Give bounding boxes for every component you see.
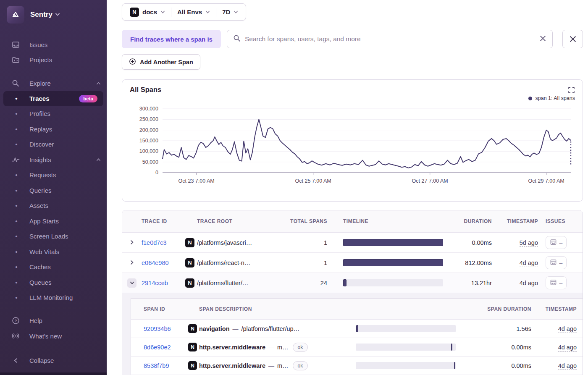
sidebar-item-requests[interactable]: •Requests <box>0 168 107 183</box>
span-id-link[interactable]: 8538f7b9 <box>144 362 188 369</box>
span-id-link[interactable]: 920934b6 <box>144 325 188 332</box>
environment-value: All Envs <box>177 8 202 16</box>
span-column-header-span-id: Span ID <box>144 306 188 312</box>
sidebar-item-whats-new[interactable]: What's new <box>0 328 107 344</box>
org-name: Sentry <box>30 10 52 19</box>
remove-span-filter-button[interactable] <box>562 30 583 48</box>
issues-button[interactable]: – <box>546 256 567 269</box>
svg-text:Oct 23 7:00 AM: Oct 23 7:00 AM <box>178 178 215 184</box>
sidebar-item-caches[interactable]: •Caches <box>0 260 107 275</box>
chevron-down-icon <box>160 8 165 16</box>
sidebar-item-app-starts[interactable]: •App Starts <box>0 213 107 229</box>
span-timeline <box>356 362 456 369</box>
trace-timeline <box>343 259 443 266</box>
span-detail: /platforms/flutter/up… <box>242 325 300 332</box>
sidebar-item-insights[interactable]: Insights <box>0 152 107 168</box>
expand-row-button[interactable] <box>129 260 134 266</box>
issues-icon <box>550 239 557 247</box>
total-spans: 1 <box>287 239 327 246</box>
issues-button[interactable]: – <box>546 236 567 249</box>
span-table-header: Span IDSpan DescriptionSpan DurationTime… <box>131 299 583 320</box>
sidebar-item-screen-loads[interactable]: •Screen Loads <box>0 229 107 244</box>
issues-icon <box>550 259 557 267</box>
span-timestamp[interactable]: 4d ago <box>558 325 577 333</box>
bullet-icon: • <box>13 110 20 117</box>
sidebar-item-queues[interactable]: •Queues <box>0 275 107 290</box>
sidebar-item-assets[interactable]: •Assets <box>0 198 107 214</box>
bullet-icon: • <box>13 218 20 225</box>
svg-text:0: 0 <box>155 170 158 176</box>
search-icon <box>11 79 20 87</box>
sidebar: Sentry IssuesProjectsExplore•Tracesbeta•… <box>0 0 107 375</box>
nextjs-icon: N <box>185 278 194 288</box>
span-status-badge: ok <box>293 361 308 370</box>
span-description: http.server.middleware — m… ok <box>199 343 356 352</box>
span-id-link[interactable]: 8d6e90e2 <box>144 344 188 351</box>
sidebar-item-profiles[interactable]: •Profiles <box>0 106 107 122</box>
sidebar-item-replays[interactable]: •Replays <box>0 121 107 137</box>
legend-label: span 1: All spans <box>535 95 575 101</box>
span-search-input[interactable] <box>245 35 535 43</box>
svg-text:?: ? <box>14 318 17 323</box>
sidebar-item-label: Projects <box>29 56 52 63</box>
page-filter-bar: N docs All Envs 7D <box>122 3 583 21</box>
sentry-logo-icon[interactable] <box>7 6 24 24</box>
org-switcher[interactable]: Sentry <box>0 0 107 28</box>
span-row-8d6e90e2[interactable]: 8d6e90e2 N http.server.middleware — m… o… <box>131 338 583 357</box>
svg-text:250,000: 250,000 <box>139 116 158 122</box>
period-selector[interactable]: 7D <box>216 4 244 20</box>
no-issues-dash: – <box>559 280 563 286</box>
sidebar-item-discover[interactable]: •Discover <box>0 137 107 152</box>
no-issues-dash: – <box>559 260 563 266</box>
span-timestamp[interactable]: 4d ago <box>558 362 577 370</box>
project-name: docs <box>142 8 157 16</box>
sidebar-item-traces[interactable]: •Tracesbeta <box>3 91 103 106</box>
span-op: http.server.middleware <box>199 344 265 351</box>
sidebar-item-collapse[interactable]: Collapse <box>0 353 107 369</box>
trace-row-f1e0d7c3[interactable]: f1e0d7c3 N /platforms/javascri… 1 0.00ms… <box>122 233 583 253</box>
expand-row-button[interactable] <box>129 239 134 246</box>
sidebar-item-llm-monitoring[interactable]: •LLM Monitoring <box>0 290 107 306</box>
issues-button[interactable]: – <box>546 276 567 289</box>
sidebar-item-queries[interactable]: •Queries <box>0 183 107 198</box>
span-row-920934b6[interactable]: 920934b6 N navigation — /platforms/flutt… <box>131 320 583 338</box>
sidebar-nav: IssuesProjectsExplore•Tracesbeta•Profile… <box>0 28 107 313</box>
beta-badge: beta <box>79 95 97 102</box>
trace-timestamp[interactable]: 4d ago <box>520 260 538 267</box>
no-issues-dash: – <box>559 239 563 246</box>
trace-timestamp[interactable]: 5d ago <box>520 239 538 247</box>
add-another-span-button[interactable]: Add Another Span <box>122 54 200 70</box>
column-header-timeline: Timeline <box>343 218 443 224</box>
sidebar-item-explore[interactable]: Explore <box>0 76 107 91</box>
trace-id-link[interactable]: 2914cceb <box>142 280 185 286</box>
chevron-up-icon <box>96 156 101 163</box>
expanded-span-section: Span IDSpan DescriptionSpan DurationTime… <box>122 293 583 375</box>
fullscreen-icon[interactable] <box>568 87 575 95</box>
trace-timestamp[interactable]: 4d ago <box>520 280 538 287</box>
dash-separator: — <box>268 344 274 351</box>
span-row-8538f7b9[interactable]: 8538f7b9 N http.server.middleware — m… o… <box>131 357 583 375</box>
trace-row-2914cceb[interactable]: 2914cceb N /platforms/flutter/… 24 13.21… <box>122 273 583 293</box>
project-selector[interactable]: N docs <box>124 4 171 20</box>
clear-search-icon[interactable] <box>539 35 546 44</box>
sidebar-item-web-vitals[interactable]: •Web Vitals <box>0 244 107 260</box>
search-icon <box>233 34 241 44</box>
trace-duration: 0.00ms <box>443 239 492 246</box>
svg-text:50,000: 50,000 <box>142 159 158 165</box>
collapse-row-button[interactable] <box>127 278 136 288</box>
span-timestamp[interactable]: 4d ago <box>558 344 577 351</box>
broadcast-icon <box>11 332 20 340</box>
span-duration: 1.56s <box>483 325 531 332</box>
trace-id-link[interactable]: e064e980 <box>142 260 185 266</box>
environment-selector[interactable]: All Envs <box>171 4 216 20</box>
chart-legend[interactable]: span 1: All spans <box>130 94 575 102</box>
sidebar-item-issues[interactable]: Issues <box>0 37 107 52</box>
sidebar-item-help[interactable]: ?Help <box>0 313 107 329</box>
sidebar-item-label: Queues <box>29 279 52 286</box>
sidebar-item-label: Traces <box>29 95 50 102</box>
sidebar-item-projects[interactable]: Projects <box>0 52 107 68</box>
sidebar-item-label: Assets <box>29 202 48 209</box>
find-traces-label: Find traces where a span is <box>122 30 221 48</box>
trace-id-link[interactable]: f1e0d7c3 <box>142 239 185 246</box>
trace-row-e064e980[interactable]: e064e980 N /platforms/react-n… 1 812.00m… <box>122 253 583 273</box>
